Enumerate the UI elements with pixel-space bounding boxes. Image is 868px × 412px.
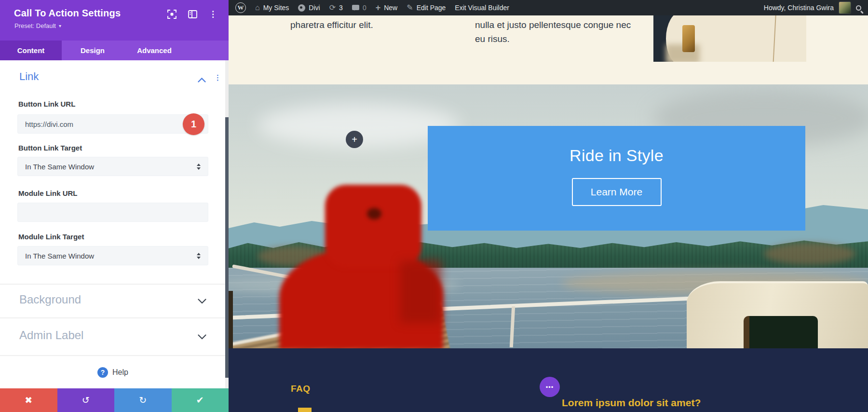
- exit-visual-builder-button[interactable]: Exit Visual Builder: [455, 4, 509, 12]
- module-link-target-label: Module Link Target: [18, 233, 84, 241]
- updates-menu[interactable]: ⟳ 3: [329, 4, 343, 12]
- refresh-icon: ⟳: [329, 4, 336, 12]
- intro-text-col2: nulla et justo pellentesque congue nec e…: [475, 18, 634, 46]
- faq-label: FAQ: [291, 384, 311, 394]
- panel-scrollbar-thumb[interactable]: [225, 117, 229, 378]
- intro-text-col1: pharetra efficitur elit.: [290, 18, 449, 32]
- panel-title: Call To Action Settings: [14, 8, 121, 19]
- panel-action-bar: ✖ ↺ ↻ ✔: [0, 388, 229, 412]
- tab-design[interactable]: Design: [62, 41, 123, 60]
- module-link-target-select[interactable]: In The Same Window: [17, 246, 208, 265]
- learn-more-button[interactable]: Learn More: [572, 178, 662, 206]
- expand-modal-icon[interactable]: [167, 10, 176, 19]
- avatar[interactable]: [839, 1, 851, 14]
- howdy-account-menu[interactable]: Howdy, Christina Gwira: [764, 4, 834, 12]
- cta-heading: Ride in Style: [570, 146, 664, 165]
- my-sites-menu[interactable]: ⌂ My Sites: [255, 4, 289, 12]
- hero-image-section: + Ride in Style Learn More: [229, 84, 868, 348]
- tab-content[interactable]: Content: [0, 41, 62, 60]
- edit-page-label: Edit Page: [417, 4, 446, 12]
- select-stepper-icon: [197, 164, 201, 170]
- dashboard-window: [744, 316, 818, 348]
- faq-dropcap-stub: [298, 408, 312, 412]
- discard-button[interactable]: ✖: [0, 388, 57, 412]
- redo-button[interactable]: ↻: [114, 388, 172, 412]
- preset-label: Preset: Default: [14, 22, 56, 29]
- wordpress-logo-icon: W: [235, 2, 246, 13]
- person-in-red-hoodie: [279, 181, 443, 348]
- search-icon[interactable]: [856, 5, 861, 11]
- select-stepper-icon: [197, 253, 201, 259]
- chevron-down-icon: [198, 297, 206, 306]
- exit-visual-builder-label: Exit Visual Builder: [455, 4, 509, 12]
- add-module-button[interactable]: +: [346, 131, 363, 148]
- button-link-target-value: In The Same Window: [25, 163, 94, 171]
- button-link-target-label: Button Link Target: [18, 144, 82, 152]
- panel-menu-icon[interactable]: ⋮: [209, 10, 217, 18]
- button-link-target-select[interactable]: In The Same Window: [17, 157, 208, 176]
- wordpress-logo-menu[interactable]: W: [235, 2, 246, 13]
- undo-button[interactable]: ↺: [57, 388, 115, 412]
- my-sites-label: My Sites: [263, 4, 289, 12]
- module-link-url-label: Module Link URL: [18, 189, 78, 197]
- house-icon: ⌂: [255, 4, 260, 12]
- admin-label-section-label: Admin Label: [19, 329, 83, 342]
- button-link-url-label: Button Link URL: [18, 100, 75, 108]
- module-link-target-value: In The Same Window: [25, 252, 94, 260]
- help-button[interactable]: ? Help: [0, 356, 226, 388]
- page-preview: pharetra efficitur elit. nulla et justo …: [229, 15, 868, 412]
- background-section-label: Background: [19, 293, 81, 306]
- chevron-down-icon: [198, 333, 206, 342]
- comment-bubble-icon: [352, 5, 359, 10]
- divi-label: Divi: [309, 4, 320, 12]
- background-section-toggle[interactable]: Background: [0, 285, 226, 317]
- faq-section: FAQ ••• Lorem ipsum dolor sit amet?: [229, 348, 868, 412]
- panel-tabs: Content Design Advanced: [0, 41, 229, 60]
- panel-body: Link ⋮ Button Link URL 1 Button Link Tar…: [0, 60, 229, 388]
- module-link-url-input[interactable]: [17, 203, 208, 222]
- panel-header: Call To Action Settings ⋮ Preset: Defaul…: [0, 0, 229, 41]
- notification-badge: 1: [183, 113, 204, 135]
- call-to-action-module[interactable]: Ride in Style Learn More: [428, 126, 805, 231]
- new-label: New: [384, 4, 397, 12]
- faq-question: Lorem ipsum dolor sit amet?: [562, 397, 701, 409]
- preset-selector[interactable]: Preset: Default ▾: [14, 22, 61, 29]
- link-section-menu-icon[interactable]: ⋮: [214, 73, 221, 82]
- divi-gauge-icon: [298, 4, 305, 12]
- save-button[interactable]: ✔: [172, 388, 229, 412]
- help-label: Help: [112, 368, 128, 377]
- wp-admin-bar: W ⌂ My Sites Divi ⟳ 3 0 + New ✎ Edit Pag…: [229, 0, 868, 15]
- admin-label-section-toggle[interactable]: Admin Label: [0, 318, 226, 355]
- new-content-menu[interactable]: + New: [376, 3, 398, 12]
- help-icon: ?: [97, 367, 108, 378]
- panel-layout-icon[interactable]: [188, 10, 197, 18]
- chevron-up-icon[interactable]: [198, 76, 206, 84]
- comments-count: 0: [363, 4, 366, 12]
- edit-page-menu[interactable]: ✎ Edit Page: [407, 4, 446, 12]
- pencil-icon: ✎: [407, 4, 413, 12]
- settings-panel: Call To Action Settings ⋮ Preset: Defaul…: [0, 0, 229, 412]
- updates-count: 3: [339, 4, 343, 12]
- divi-menu[interactable]: Divi: [298, 4, 320, 12]
- link-section-heading[interactable]: Link: [19, 70, 39, 83]
- preset-caret-icon: ▾: [59, 23, 61, 28]
- tab-advanced[interactable]: Advanced: [123, 41, 185, 60]
- intro-section: pharetra efficitur elit. nulla et justo …: [229, 15, 868, 84]
- button-link-url-input[interactable]: [17, 114, 208, 134]
- boat-dashboard: [687, 281, 868, 348]
- comments-menu[interactable]: 0: [352, 4, 366, 12]
- plus-icon: +: [376, 3, 381, 12]
- boat-detail-image: [653, 15, 806, 62]
- module-options-button[interactable]: •••: [540, 377, 560, 397]
